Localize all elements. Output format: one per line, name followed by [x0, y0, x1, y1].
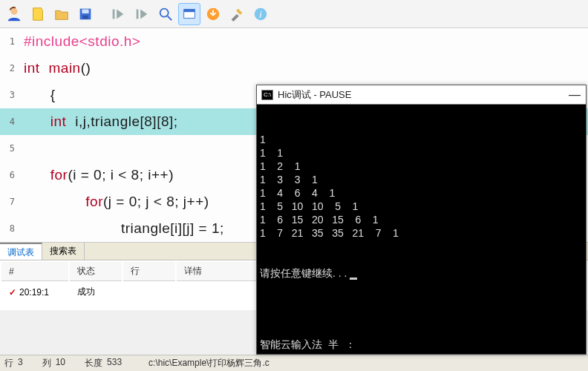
line-text: { — [19, 87, 56, 104]
line-number: 5 — [0, 143, 19, 154]
step-icon[interactable] — [131, 3, 153, 25]
avatar-icon[interactable] — [3, 3, 25, 25]
console-icon: C:\ — [261, 90, 273, 100]
search-icon[interactable] — [154, 3, 177, 25]
svg-rect-2 — [82, 9, 88, 13]
status-col-val: 10 — [56, 357, 65, 370]
window-icon[interactable] — [178, 3, 200, 25]
line-number: 3 — [0, 90, 19, 100]
col-line: 行 — [123, 262, 175, 281]
svg-point-0 — [10, 7, 17, 14]
status-bar: 行3 列10 长度533 c:\hic\Example\打印杨辉三角.c — [0, 355, 588, 371]
console-title: Hic调试 - PAUSE — [278, 88, 351, 102]
tab-debug[interactable]: 调试表 — [0, 243, 42, 260]
line-text: #include<stdio.h> — [19, 33, 140, 50]
line-number: 1 — [0, 36, 19, 47]
status-col-label: 列 — [42, 357, 51, 370]
console-minimize-icon[interactable]: — — [568, 88, 581, 102]
line-text: for(j = 0; j < 8; j++) — [19, 194, 209, 211]
note-icon[interactable] — [27, 3, 49, 25]
status-len-val: 533 — [107, 357, 122, 370]
line-number: 4 — [0, 116, 19, 127]
code-line[interactable]: 1#include<stdio.h> — [0, 28, 588, 55]
run-icon[interactable] — [107, 3, 129, 25]
console-cursor — [350, 278, 357, 280]
row-line — [123, 283, 175, 301]
status-len-label: 长度 — [85, 357, 102, 370]
status-row-label: 行 — [4, 357, 13, 370]
row-status: 成功 — [70, 283, 122, 301]
console-output: 1 1 1 1 2 1 1 3 3 1 1 4 6 4 1 1 5 10 10 … — [260, 133, 583, 240]
line-number: 6 — [0, 170, 19, 180]
svg-rect-9 — [184, 9, 195, 12]
line-number: 8 — [0, 223, 19, 234]
toolbar: i — [0, 0, 588, 28]
col-idx: # — [1, 262, 68, 281]
row-time: 20:19:1 — [19, 287, 49, 298]
info-icon[interactable]: i — [249, 3, 272, 25]
console-titlebar[interactable]: C:\ Hic调试 - PAUSE — — [257, 85, 586, 105]
line-text: int i,j,triangle[8][8]; — [19, 114, 178, 131]
folder-icon[interactable] — [50, 3, 73, 25]
tools-icon[interactable] — [226, 3, 248, 25]
status-row-val: 3 — [18, 357, 23, 370]
console-prompt: 请按任意键继续. . . — [260, 267, 347, 279]
line-text: triangle[i][j] = 1; — [19, 220, 224, 237]
line-number: 7 — [0, 197, 19, 207]
line-number: 2 — [0, 63, 19, 73]
tab-search[interactable]: 搜索表 — [42, 243, 85, 260]
download-icon[interactable] — [202, 3, 224, 25]
check-icon: ✓ — [9, 287, 16, 298]
console-ime: 智能云输入法 半 ： — [260, 338, 356, 351]
svg-rect-4 — [113, 9, 115, 19]
status-path: c:\hic\Example\打印杨辉三角.c — [148, 357, 270, 370]
console-window[interactable]: C:\ Hic调试 - PAUSE — 1 1 1 1 2 1 1 3 3 1 … — [256, 85, 587, 355]
line-text: for(i = 0; i < 8; i++) — [19, 167, 174, 184]
line-text: int main() — [19, 60, 91, 77]
save-icon[interactable] — [74, 3, 97, 25]
svg-rect-3 — [82, 15, 88, 19]
col-status: 状态 — [70, 262, 122, 281]
svg-point-6 — [160, 8, 169, 16]
code-line[interactable]: 2int main() — [0, 55, 588, 82]
svg-rect-5 — [137, 9, 139, 19]
console-body[interactable]: 1 1 1 1 2 1 1 3 3 1 1 4 6 4 1 1 5 10 10 … — [257, 105, 586, 354]
svg-line-7 — [168, 16, 172, 20]
